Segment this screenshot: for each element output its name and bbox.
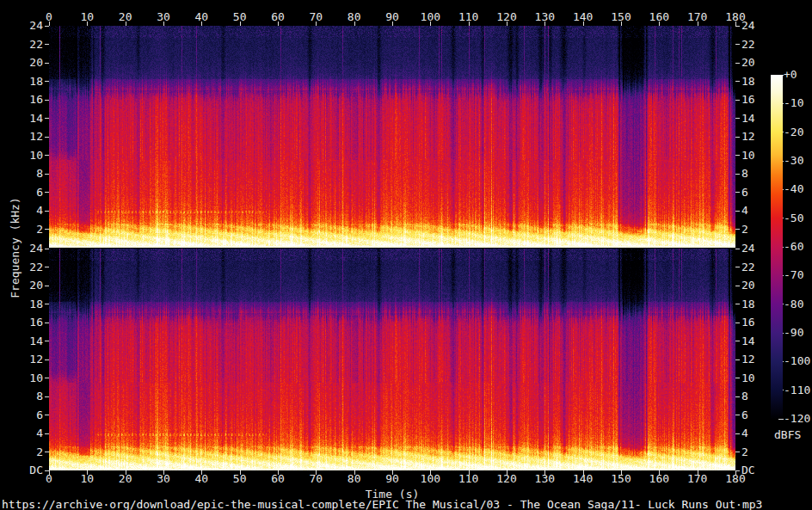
freq-tick-left [45, 433, 49, 434]
freq-tick-right [735, 433, 740, 434]
time-tick-label-bottom: 120 [496, 473, 516, 485]
freq-tick-right [735, 118, 740, 119]
colorbar-tick-label: -60 [784, 241, 803, 253]
freq-tick-left [45, 81, 49, 82]
colorbar-tick-label: -40 [784, 183, 803, 195]
freq-tick-label-right: DC [741, 464, 755, 476]
freq-tick-label-right: 4 [741, 205, 748, 217]
freq-tick-label-left: 8 [0, 168, 43, 180]
freq-tick-label-right: 22 [741, 39, 755, 51]
freq-tick-right [735, 304, 740, 304]
freq-tick-right [735, 100, 740, 101]
freq-tick-label-left: 24 [0, 20, 43, 32]
time-tick-top [430, 22, 431, 26]
time-tick-top [469, 22, 470, 26]
freq-tick-label-right: 4 [741, 427, 748, 439]
freq-tick-left [45, 229, 49, 230]
freq-tick-label-left: 10 [0, 372, 43, 384]
freq-tick-label-right: 8 [741, 168, 748, 180]
freq-tick-right [735, 229, 740, 230]
colorbar-unit-label: dBFS [774, 429, 801, 441]
freq-tick-left [45, 378, 49, 378]
time-tick-top [583, 22, 584, 26]
freq-tick-label-left: 20 [0, 57, 43, 69]
colorbar [771, 75, 783, 419]
freq-tick-left [45, 249, 49, 249]
freq-tick-right [735, 155, 740, 156]
freq-tick-left [45, 267, 49, 267]
freq-tick-label-right: 12 [741, 353, 755, 366]
freq-tick-label-left: 6 [0, 187, 43, 199]
freq-tick-right [735, 470, 740, 471]
freq-tick-label-right: 16 [741, 316, 755, 329]
freq-tick-label-left: DC [0, 464, 43, 476]
freq-tick-label-left: 2 [0, 224, 43, 236]
freq-tick-left [45, 396, 49, 397]
freq-tick-right [735, 415, 740, 415]
spectrogram-viewer: Frequency (kHz) 001010202030304040505060… [0, 0, 812, 510]
freq-tick-label-right: 16 [741, 94, 755, 106]
colorbar-tick-label: -90 [784, 327, 803, 339]
time-tick-label-bottom: 170 [687, 473, 707, 485]
freq-tick-right [735, 341, 740, 341]
time-tick-top [87, 22, 88, 26]
colorbar-tick-label: -120 [784, 413, 810, 425]
freq-tick-left [45, 359, 49, 360]
freq-tick-left [45, 452, 49, 452]
time-tick-top [278, 22, 279, 26]
freq-tick-right [735, 249, 740, 249]
freq-tick-right [735, 81, 740, 82]
time-tick-label-bottom: 70 [310, 473, 323, 485]
colorbar-tick-label: +0 [784, 69, 797, 81]
freq-tick-label-left: 12 [0, 131, 43, 143]
freq-tick-label-left: 24 [0, 243, 43, 255]
freq-tick-label-left: 14 [0, 113, 43, 125]
freq-tick-label-left: 16 [0, 94, 43, 106]
colorbar-tick-label: -30 [784, 155, 803, 167]
source-url: https://archive·org/download/epic-the-mu… [2, 499, 762, 510]
time-tick-label-bottom: 0 [46, 473, 52, 485]
time-tick-top [354, 22, 355, 26]
freq-tick-left [45, 304, 49, 304]
time-tick-label-bottom: 100 [421, 473, 440, 485]
freq-tick-label-right: 22 [741, 261, 755, 273]
freq-tick-left [45, 100, 49, 101]
colorbar-tick-label: -80 [784, 298, 803, 310]
freq-tick-label-right: 6 [741, 187, 748, 199]
freq-tick-label-left: 10 [0, 150, 43, 162]
freq-tick-label-right: 20 [741, 280, 755, 292]
time-tick-top [163, 22, 164, 26]
time-tick-label-bottom: 160 [649, 473, 669, 485]
colorbar-tick-label: -20 [784, 126, 803, 138]
freq-tick-label-left: 22 [0, 261, 43, 273]
freq-tick-right [735, 174, 740, 175]
time-tick-label-bottom: 150 [611, 473, 631, 485]
spectrogram-channel-left [49, 26, 735, 248]
time-tick-label-bottom: 130 [535, 473, 555, 485]
freq-tick-right [735, 323, 740, 323]
colorbar-tick-label: -70 [784, 269, 803, 281]
freq-tick-left [45, 63, 49, 64]
time-tick-label-bottom: 30 [157, 473, 170, 485]
spectrogram-channel-right [49, 249, 735, 470]
freq-tick-label-right: 8 [741, 390, 748, 402]
freq-tick-label-left: 22 [0, 39, 43, 51]
freq-tick-left [45, 323, 49, 323]
freq-tick-left [45, 118, 49, 119]
freq-tick-right [735, 26, 740, 27]
time-tick-top [659, 22, 660, 26]
freq-tick-right [735, 286, 740, 286]
time-tick-label-bottom: 20 [119, 473, 132, 485]
time-tick-top [698, 22, 698, 26]
freq-tick-left [45, 26, 49, 27]
freq-tick-label-right: 2 [741, 446, 748, 458]
freq-tick-label-left: 20 [0, 280, 43, 292]
freq-tick-label-right: 24 [741, 243, 755, 255]
freq-tick-label-right: 2 [741, 224, 748, 236]
freq-tick-right [735, 192, 740, 193]
freq-tick-label-right: 12 [741, 131, 755, 143]
freq-tick-label-left: 18 [0, 298, 43, 310]
freq-tick-left [45, 192, 49, 193]
time-tick-top [316, 22, 317, 26]
freq-tick-right [735, 396, 740, 397]
